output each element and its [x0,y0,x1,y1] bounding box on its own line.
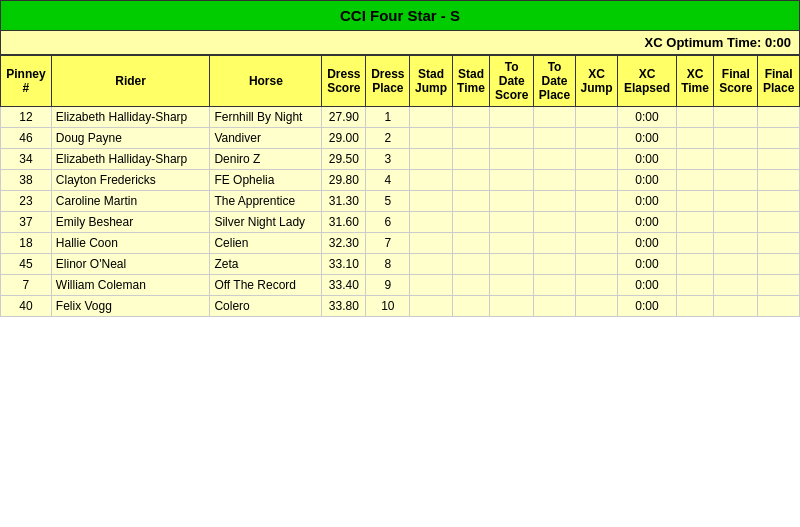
cell-final_place [758,275,800,296]
col-pinney: Pinney# [1,56,52,107]
cell-final_place [758,170,800,191]
cell-to_date_place [534,275,576,296]
cell-xc_time [676,149,714,170]
cell-final_place [758,191,800,212]
table-row: 12Elizabeth Halliday-SharpFernhill By Ni… [1,107,800,128]
cell-horse: Off The Record [210,275,322,296]
cell-dress_score: 31.60 [322,212,366,233]
col-rider: Rider [51,56,210,107]
col-xc-jump: XCJump [575,56,617,107]
col-stad-time: StadTime [452,56,490,107]
table-row: 7William ColemanOff The Record33.4090:00 [1,275,800,296]
cell-to_date_score [490,233,534,254]
col-horse: Horse [210,56,322,107]
cell-dress_place: 3 [366,149,410,170]
cell-rider: Hallie Coon [51,233,210,254]
cell-xc_jump [575,191,617,212]
cell-pinney: 18 [1,233,52,254]
cell-xc_time [676,233,714,254]
cell-to_date_score [490,191,534,212]
cell-stad_jump [410,170,452,191]
cell-final_place [758,233,800,254]
cell-final_score [714,191,758,212]
cell-pinney: 38 [1,170,52,191]
cell-stad_jump [410,212,452,233]
cell-dress_place: 1 [366,107,410,128]
cell-to_date_place [534,296,576,317]
cell-to_date_score [490,149,534,170]
cell-stad_jump [410,191,452,212]
cell-to_date_place [534,233,576,254]
cell-xc_jump [575,107,617,128]
cell-pinney: 40 [1,296,52,317]
cell-horse: FE Ophelia [210,170,322,191]
cell-final_score [714,275,758,296]
cell-final_place [758,107,800,128]
col-final-place: FinalPlace [758,56,800,107]
cell-horse: Deniro Z [210,149,322,170]
cell-xc_elapsed: 0:00 [618,191,676,212]
cell-final_place [758,149,800,170]
cell-xc_jump [575,275,617,296]
cell-final_score [714,107,758,128]
cell-xc_elapsed: 0:00 [618,128,676,149]
results-table: Pinney# Rider Horse DressScore DressPlac… [0,55,800,317]
cell-horse: Zeta [210,254,322,275]
cell-xc_jump [575,254,617,275]
table-row: 45Elinor O'NealZeta33.1080:00 [1,254,800,275]
cell-to_date_score [490,170,534,191]
cell-final_place [758,254,800,275]
cell-rider: Elizabeth Halliday-Sharp [51,107,210,128]
cell-to_date_place [534,212,576,233]
cell-to_date_place [534,149,576,170]
cell-rider: Clayton Fredericks [51,170,210,191]
cell-xc_time [676,107,714,128]
cell-rider: William Coleman [51,275,210,296]
cell-stad_time [452,170,490,191]
col-to-date-place: ToDatePlace [534,56,576,107]
cell-dress_place: 4 [366,170,410,191]
cell-dress_score: 29.50 [322,149,366,170]
cell-horse: Vandiver [210,128,322,149]
cell-rider: Doug Payne [51,128,210,149]
cell-final_place [758,212,800,233]
cell-pinney: 45 [1,254,52,275]
cell-stad_time [452,107,490,128]
cell-final_score [714,128,758,149]
cell-horse: The Apprentice [210,191,322,212]
cell-dress_place: 5 [366,191,410,212]
cell-xc_jump [575,128,617,149]
cell-stad_jump [410,296,452,317]
cell-pinney: 23 [1,191,52,212]
cell-stad_time [452,275,490,296]
cell-rider: Caroline Martin [51,191,210,212]
cell-to_date_score [490,107,534,128]
cell-xc_jump [575,212,617,233]
cell-rider: Elizabeth Halliday-Sharp [51,149,210,170]
xc-optimum-time: XC Optimum Time: 0:00 [645,35,791,50]
cell-dress_place: 6 [366,212,410,233]
cell-stad_time [452,128,490,149]
col-dress-score: DressScore [322,56,366,107]
cell-horse: Silver Night Lady [210,212,322,233]
cell-horse: Colero [210,296,322,317]
cell-stad_time [452,191,490,212]
cell-pinney: 7 [1,275,52,296]
cell-xc_time [676,254,714,275]
cell-to_date_score [490,296,534,317]
cell-to_date_score [490,254,534,275]
cell-xc_elapsed: 0:00 [618,149,676,170]
cell-dress_score: 32.30 [322,233,366,254]
cell-to_date_place [534,254,576,275]
cell-xc_time [676,296,714,317]
cell-dress_score: 33.10 [322,254,366,275]
cell-stad_jump [410,128,452,149]
page-title: CCI Four Star - S [340,7,460,24]
cell-xc_jump [575,170,617,191]
cell-xc_elapsed: 0:00 [618,275,676,296]
cell-final_place [758,296,800,317]
table-row: 40Felix VoggColero33.80100:00 [1,296,800,317]
cell-dress_score: 29.00 [322,128,366,149]
cell-dress_place: 7 [366,233,410,254]
cell-xc_time [676,170,714,191]
